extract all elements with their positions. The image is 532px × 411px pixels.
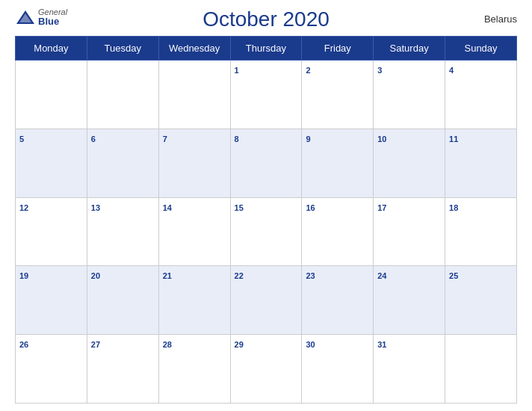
weekday-header-thursday: Thursday xyxy=(230,37,302,61)
calendar-day-22: 22 xyxy=(230,266,302,335)
calendar-day-13: 13 xyxy=(87,197,158,266)
day-number: 3 xyxy=(377,66,382,75)
day-number: 1 xyxy=(235,66,239,75)
calendar-day-28: 28 xyxy=(158,335,230,404)
day-number: 19 xyxy=(19,271,28,280)
weekday-header-tuesday: Tuesday xyxy=(87,37,158,61)
day-number: 30 xyxy=(306,340,315,349)
calendar-week-row: 1234 xyxy=(16,61,517,129)
day-number: 22 xyxy=(235,271,244,280)
calendar-day-16: 16 xyxy=(302,197,374,266)
calendar-day-9: 9 xyxy=(302,129,374,197)
logo-icon xyxy=(15,9,36,25)
day-number: 12 xyxy=(19,203,28,212)
calendar-day-7: 7 xyxy=(158,129,230,197)
calendar-day-19: 19 xyxy=(16,266,87,335)
calendar-day-25: 25 xyxy=(445,266,517,335)
day-number: 6 xyxy=(91,135,96,143)
weekday-header-friday: Friday xyxy=(302,37,374,61)
day-number: 15 xyxy=(235,203,244,212)
calendar-day-3: 3 xyxy=(374,61,445,129)
calendar-week-row: 262728293031 xyxy=(16,335,517,404)
calendar-day-21: 21 xyxy=(158,266,230,335)
day-number: 23 xyxy=(306,271,315,280)
calendar-day-8: 8 xyxy=(230,129,302,197)
calendar-week-row: 19202122232425 xyxy=(16,266,517,335)
day-number: 20 xyxy=(91,271,100,280)
day-number: 28 xyxy=(163,340,172,349)
calendar-day-4: 4 xyxy=(445,61,517,129)
page-title: October 2020 xyxy=(202,7,330,31)
day-number: 26 xyxy=(19,340,28,349)
empty-day-cell xyxy=(16,61,87,129)
calendar-day-5: 5 xyxy=(16,129,87,197)
day-number: 9 xyxy=(306,135,310,143)
weekday-header-wednesday: Wednesday xyxy=(158,37,230,61)
calendar-day-20: 20 xyxy=(87,266,158,335)
calendar-day-17: 17 xyxy=(374,197,445,266)
day-number: 11 xyxy=(449,135,458,143)
weekday-header-sunday: Sunday xyxy=(445,37,517,61)
day-number: 7 xyxy=(163,135,167,143)
calendar-week-row: 567891011 xyxy=(16,129,517,197)
day-number: 31 xyxy=(377,340,386,349)
weekday-header-saturday: Saturday xyxy=(374,37,445,61)
day-number: 16 xyxy=(306,203,315,212)
calendar-day-6: 6 xyxy=(87,129,158,197)
day-number: 10 xyxy=(377,135,386,143)
day-number: 29 xyxy=(235,340,244,349)
calendar-day-29: 29 xyxy=(230,335,302,404)
empty-day-cell xyxy=(158,61,230,129)
calendar-table: MondayTuesdayWednesdayThursdayFridaySatu… xyxy=(15,36,517,404)
day-number: 24 xyxy=(377,271,386,280)
logo: General Blue xyxy=(15,7,67,27)
calendar-day-30: 30 xyxy=(302,335,374,404)
empty-day-cell xyxy=(445,335,517,404)
calendar-week-row: 12131415161718 xyxy=(16,197,517,266)
day-number: 2 xyxy=(306,66,310,75)
day-number: 4 xyxy=(449,66,454,75)
day-number: 14 xyxy=(163,203,172,212)
calendar-day-18: 18 xyxy=(445,197,517,266)
calendar-day-27: 27 xyxy=(87,335,158,404)
logo-blue: Blue xyxy=(38,16,67,27)
calendar-day-31: 31 xyxy=(374,335,445,404)
day-number: 25 xyxy=(449,271,458,280)
day-number: 21 xyxy=(163,271,172,280)
calendar-day-26: 26 xyxy=(16,335,87,404)
day-number: 18 xyxy=(449,203,458,212)
calendar-day-14: 14 xyxy=(158,197,230,266)
calendar-day-24: 24 xyxy=(374,266,445,335)
day-number: 8 xyxy=(235,135,239,143)
calendar-day-12: 12 xyxy=(16,197,87,266)
day-number: 5 xyxy=(19,135,24,143)
weekday-header-row: MondayTuesdayWednesdayThursdayFridaySatu… xyxy=(16,37,517,61)
country-label: Belarus xyxy=(484,13,517,25)
calendar-header: General Blue October 2020 Belarus xyxy=(15,7,517,31)
weekday-header-monday: Monday xyxy=(16,37,87,61)
empty-day-cell xyxy=(87,61,158,129)
calendar-day-1: 1 xyxy=(230,61,302,129)
day-number: 27 xyxy=(91,340,100,349)
calendar-day-23: 23 xyxy=(302,266,374,335)
day-number: 17 xyxy=(377,203,386,212)
calendar-day-15: 15 xyxy=(230,197,302,266)
day-number: 13 xyxy=(91,203,100,212)
calendar-day-2: 2 xyxy=(302,61,374,129)
calendar-day-11: 11 xyxy=(445,129,517,197)
calendar-day-10: 10 xyxy=(374,129,445,197)
